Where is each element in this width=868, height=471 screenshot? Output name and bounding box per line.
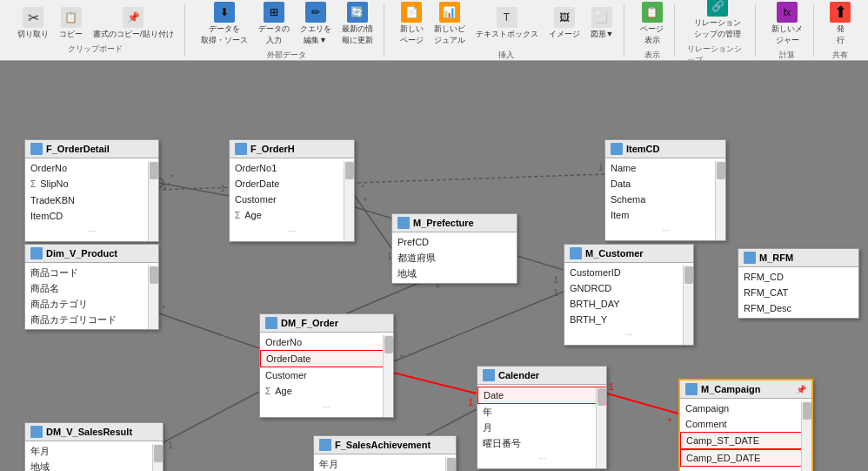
table-scrollbar[interactable] (148, 161, 158, 241)
paste-button[interactable]: 📌 書式のコピー/貼り付け (90, 5, 177, 42)
share-label: 共有 (832, 50, 848, 61)
copy-button[interactable]: 📋 コピー (56, 5, 86, 42)
textbox-button[interactable]: T テキストボックス (472, 5, 542, 42)
table-scrollbar[interactable] (445, 457, 456, 471)
field-region: 地域 (392, 266, 517, 281)
table-DM_V_SalesResult[interactable]: DM_V_SalesResult 年月 地域 カテゴリ 購入金額 (24, 422, 164, 471)
field-PrefCD: PrefCD (392, 234, 517, 250)
svg-text:*: * (400, 353, 404, 363)
diagram-canvas[interactable]: * 1 ⊶ * 1 * 1 * 1 * 1 * 1 * 1 1 (0, 61, 868, 471)
image-button[interactable]: 🖼 イメージ (545, 5, 584, 42)
share-group: ⬆ 発行 共有 (819, 4, 861, 57)
image-label: イメージ (549, 29, 580, 40)
svg-line-0 (159, 183, 229, 196)
field-OrderDate: OrderDate (230, 176, 354, 192)
table-title: DM_F_Order (281, 318, 338, 328)
query-edit-button[interactable]: ✏ クエリを編集▼ (297, 0, 335, 48)
svg-text:1: 1 (553, 287, 558, 298)
field-OrderNo: OrderNo (260, 334, 393, 350)
table-header-Dim_V_Product: Dim_V_Product (25, 245, 158, 263)
table-body: OrderNo OrderDate Customer Σ Age ··· (260, 333, 393, 417)
publish-label: 発行 (837, 24, 845, 46)
new-measure-button[interactable]: fx 新しいメジャー (768, 0, 806, 48)
table-icon (30, 143, 43, 155)
table-icon (570, 247, 582, 259)
svg-text:*: * (364, 197, 367, 206)
svg-line-25 (607, 394, 678, 414)
table-title: F_OrderH (250, 144, 295, 154)
table-Calender[interactable]: Calender Date 年 月 曜日番号 ··· (477, 366, 607, 469)
svg-text:*: * (162, 304, 165, 313)
field-RFM_CAT: RFM_CAT (738, 285, 858, 300)
shape-icon: ⬜ (591, 7, 612, 28)
table-icon (319, 439, 331, 451)
manage-rel-button[interactable]: 🔗 リレーションシップの管理 (691, 0, 744, 42)
paste-icon: 📌 (123, 7, 144, 28)
table-F_OrderH[interactable]: F_OrderH OrderNo1 OrderDate Customer Σ A… (229, 139, 355, 242)
refresh-button[interactable]: 🔄 最新の情報に更新 (338, 0, 377, 48)
table-icon (685, 383, 698, 395)
table-Dim_V_Product[interactable]: Dim_V_Product 商品コード 商品名 商品カテゴリ 商品カテゴリコード (24, 244, 159, 330)
table-header-M_Prefecture: M_Prefecture (392, 214, 517, 232)
table-scrollbar[interactable] (801, 401, 811, 471)
table-scrollbar[interactable] (683, 266, 693, 345)
new-page-button[interactable]: 📄 新しいページ (397, 0, 427, 48)
table-header-M_Customer: M_Customer (564, 245, 693, 263)
insert-group: 📄 新しいページ 📊 新しいビジュアル T テキストボックス 🖼 イメージ ⬜ … (390, 4, 625, 57)
table-M_Campaign[interactable]: M_Campaign 📌 Campaign Comment Camp_ST_DA… (678, 379, 813, 471)
table-F_SalesAchievement[interactable]: F_SalesAchievement 年月 地域 Item_CAT_CD Sal… (313, 435, 457, 471)
table-M_Customer[interactable]: M_Customer CustomerID GNDRCD BRTH_DAY BR… (564, 244, 694, 346)
svg-text:1: 1 (468, 397, 473, 407)
table-body: Date 年 月 曜日番号 ··· (477, 385, 606, 468)
field-RFM_CD: RFM_CD (738, 269, 858, 285)
table-scrollbar[interactable] (152, 444, 163, 471)
field-Campaign: Campaign (680, 400, 811, 416)
table-scrollbar[interactable] (715, 161, 725, 240)
new-visual-button[interactable]: 📊 新しいビジュアル (431, 0, 469, 48)
svg-line-28 (159, 174, 604, 190)
shape-button[interactable]: ⬜ 図形▼ (587, 5, 618, 42)
table-scrollbar[interactable] (148, 266, 158, 329)
field-Customer: Customer (260, 367, 393, 383)
insert-label: 挿入 (498, 50, 514, 61)
svg-text:*: * (170, 173, 174, 183)
table-header-DM_V_SalesResult: DM_V_SalesResult (25, 423, 163, 441)
scroll-hint: ··· (605, 223, 725, 239)
new-page-icon: 📄 (401, 2, 422, 23)
field-Data: Data (605, 176, 725, 192)
table-scrollbar[interactable] (344, 161, 354, 241)
data-input-button[interactable]: ⊞ データの入力 (255, 0, 293, 48)
table-M_RFM[interactable]: M_RFM RFM_CD RFM_CAT RFM_Desc (738, 248, 859, 319)
manage-rel-icon: 🔗 (707, 0, 728, 17)
table-scrollbar[interactable] (596, 387, 606, 468)
cut-button[interactable]: ✂ 切り取り (14, 5, 52, 42)
table-body: CustomerID GNDRCD BRTH_DAY BRTH_Y ··· (564, 263, 693, 345)
table-ItemCD[interactable]: ItemCD Name Data Schema Item ··· (604, 139, 726, 241)
table-body: RFM_CD RFM_CAT RFM_Desc (738, 267, 858, 318)
table-M_Prefecture[interactable]: M_Prefecture PrefCD 都道府県 地域 (391, 213, 517, 284)
field-product-category-code: 商品カテゴリコード (25, 312, 158, 327)
page-view-button[interactable]: 📋 ページ表示 (637, 0, 667, 48)
page-view-label: ページ表示 (640, 24, 664, 46)
table-icon (30, 426, 43, 438)
table-header-F_SalesAchievement: F_SalesAchievement (314, 436, 456, 454)
field-weekday: 曜日番号 (477, 435, 606, 451)
publish-button[interactable]: ⬆ 発行 (826, 0, 854, 48)
table-body: Campaign Comment Camp_ST_DATE Camp_ED_DA… (680, 399, 811, 471)
svg-text:1: 1 (220, 183, 225, 193)
svg-line-14 (394, 292, 564, 361)
table-scrollbar[interactable] (383, 335, 393, 417)
table-icon (611, 143, 623, 155)
svg-text:⊶: ⊶ (162, 179, 170, 189)
get-data-button[interactable]: ⬇ データを取得・ソース (197, 0, 251, 48)
field-Age: Σ Age (260, 383, 393, 400)
svg-text:*: * (164, 185, 167, 195)
table-body: 年月 地域 Item_CAT_CD SalesResult (314, 454, 456, 471)
data-input-label: データの入力 (258, 24, 290, 46)
table-DM_F_Order[interactable]: DM_F_Order OrderNo OrderDate Customer Σ … (259, 313, 394, 418)
field-OrderNo: OrderNo (25, 160, 158, 176)
view-group: 📋 ページ表示 表示 (630, 4, 675, 57)
svg-line-17 (159, 313, 259, 348)
table-icon (397, 217, 410, 229)
table-F_OrderDetail[interactable]: F_OrderDetail OrderNo Σ SlipNo TradeKBN … (24, 139, 159, 242)
